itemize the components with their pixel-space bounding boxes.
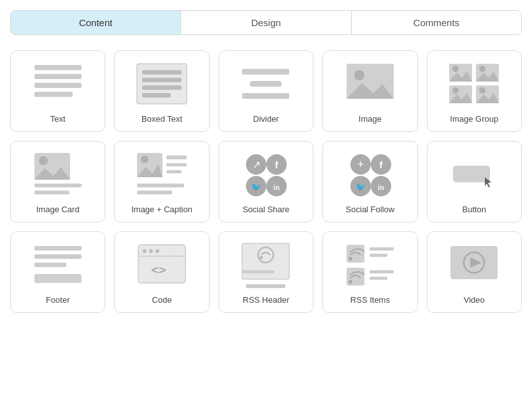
block-text[interactable]: Text (10, 50, 105, 132)
svg-rect-7 (142, 85, 182, 90)
svg-point-22 (452, 87, 459, 94)
social-share-label: Social Share (243, 205, 290, 214)
boxed-text-icon (121, 60, 202, 108)
svg-rect-4 (137, 64, 187, 104)
block-boxed-text[interactable]: Boxed Text (114, 50, 209, 132)
block-rss-header[interactable]: RSS Header (219, 231, 313, 313)
code-icon: <> (121, 241, 202, 289)
image-icon (329, 60, 410, 108)
svg-rect-8 (142, 93, 171, 98)
svg-rect-68 (242, 243, 289, 279)
svg-text:+: + (357, 158, 364, 171)
block-image[interactable]: Image (322, 50, 417, 132)
svg-text:🐦: 🐦 (251, 182, 262, 192)
button-label: Button (462, 205, 486, 214)
image-group-label: Image Group (450, 114, 498, 124)
video-icon (434, 241, 515, 289)
svg-point-25 (479, 87, 485, 94)
svg-rect-37 (166, 170, 182, 173)
social-follow-label: Social Follow (346, 205, 395, 214)
divider-icon (226, 60, 306, 108)
svg-point-28 (39, 156, 48, 165)
tab-bar: Content Design Comments (10, 10, 522, 35)
block-rss-items[interactable]: RSS Items (322, 231, 417, 313)
rss-items-icon (329, 241, 410, 289)
block-image-caption[interactable]: Image + Caption (114, 141, 209, 222)
svg-rect-1 (34, 74, 82, 79)
block-social-share[interactable]: ↗ f 🐦 in Social Share (219, 141, 313, 222)
footer-icon (17, 241, 98, 289)
image-caption-icon (121, 150, 202, 198)
image-label: Image (359, 114, 382, 124)
image-card-label: Image Card (36, 205, 80, 214)
svg-rect-3 (34, 92, 73, 97)
block-image-group[interactable]: Image Group (427, 50, 522, 132)
svg-text:in: in (274, 184, 280, 191)
svg-point-13 (354, 70, 364, 80)
rss-header-icon (226, 241, 306, 289)
svg-rect-38 (137, 184, 184, 187)
svg-rect-71 (246, 284, 285, 288)
text-label: Text (50, 114, 66, 124)
svg-text:in: in (378, 184, 384, 191)
block-divider[interactable]: Divider (219, 50, 313, 132)
svg-rect-0 (34, 65, 82, 70)
svg-point-64 (149, 249, 153, 253)
svg-rect-31 (34, 191, 69, 194)
code-label: Code (152, 295, 172, 305)
svg-point-74 (349, 257, 352, 261)
boxed-text-label: Boxed Text (141, 114, 182, 124)
divider-label: Divider (253, 114, 278, 124)
svg-point-70 (260, 256, 263, 259)
svg-point-78 (349, 280, 352, 284)
svg-rect-75 (370, 247, 394, 250)
tab-content[interactable]: Content (11, 11, 181, 34)
block-social-follow[interactable]: + f 🐦 in Social Follow (322, 141, 417, 222)
footer-label: Footer (46, 295, 70, 305)
svg-rect-30 (34, 184, 82, 187)
svg-rect-11 (242, 93, 289, 99)
svg-point-33 (141, 156, 148, 163)
social-share-icon: ↗ f 🐦 in (226, 150, 306, 198)
svg-rect-79 (370, 270, 394, 273)
svg-text:<>: <> (151, 262, 166, 277)
svg-rect-59 (34, 254, 82, 259)
svg-point-19 (479, 66, 485, 72)
image-caption-label: Image + Caption (131, 205, 192, 214)
svg-rect-61 (34, 274, 82, 283)
svg-point-16 (452, 66, 459, 72)
svg-rect-76 (370, 254, 387, 257)
svg-rect-36 (166, 163, 187, 166)
rss-items-label: RSS Items (350, 295, 390, 305)
content-blocks-grid: Text Boxed Text Divider (10, 50, 522, 313)
svg-rect-80 (370, 277, 387, 280)
rss-header-label: RSS Header (243, 295, 289, 305)
svg-rect-39 (137, 191, 172, 194)
button-icon (434, 150, 515, 198)
svg-rect-60 (34, 263, 66, 267)
svg-point-63 (143, 249, 147, 253)
svg-rect-35 (166, 156, 187, 159)
svg-rect-6 (142, 78, 182, 82)
block-image-card[interactable]: Image Card (10, 141, 105, 222)
svg-rect-56 (453, 166, 490, 182)
svg-rect-10 (250, 81, 282, 87)
social-follow-icon: + f 🐦 in (329, 150, 410, 198)
block-button[interactable]: Button (427, 141, 522, 222)
svg-rect-5 (142, 70, 182, 75)
svg-rect-58 (34, 246, 82, 250)
tab-design[interactable]: Design (181, 11, 351, 34)
block-code[interactable]: <> Code (114, 231, 209, 313)
text-icon (17, 60, 98, 108)
svg-point-65 (155, 249, 159, 253)
tab-comments[interactable]: Comments (352, 11, 521, 34)
video-label: Video (464, 295, 485, 305)
svg-text:↗: ↗ (252, 159, 261, 170)
block-footer[interactable]: Footer (10, 231, 105, 313)
image-group-icon (434, 60, 515, 108)
block-video[interactable]: Video (427, 231, 522, 313)
svg-rect-2 (34, 83, 82, 88)
svg-rect-9 (242, 69, 289, 75)
svg-text:🐦: 🐦 (356, 182, 366, 192)
svg-rect-72 (242, 270, 274, 273)
